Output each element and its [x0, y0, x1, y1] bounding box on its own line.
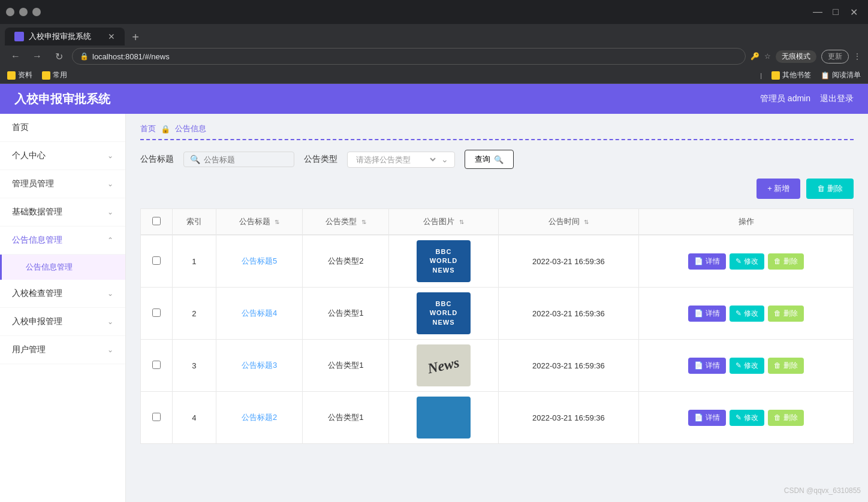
edit-button[interactable]: ✎ 修改	[730, 253, 764, 270]
detail-icon: 📄	[694, 257, 703, 265]
delete-label: 删除	[783, 256, 798, 267]
edit-icon: ✎	[736, 413, 742, 422]
detail-button[interactable]: 📄 详情	[688, 253, 726, 270]
col-type: 公告类型 ⇅	[303, 209, 389, 235]
sidebar-item-notice-manage[interactable]: 公告信息管理 ⌃	[0, 226, 125, 255]
other-bookmarks[interactable]: 其他书签	[771, 70, 811, 80]
bookmark-label: 资料	[18, 70, 32, 80]
reload-button[interactable]: ↻	[50, 48, 67, 65]
data-table: 索引 公告标题 ⇅ 公告类型 ⇅ 公告图片 ⇅	[140, 208, 854, 444]
op-btns: 📄 详情 ✎ 修改 🗑 删除	[644, 253, 848, 270]
update-button[interactable]: 更新	[821, 50, 849, 63]
reading-list[interactable]: 📋 阅读清单	[821, 70, 861, 80]
search-icon: 🔍	[190, 155, 200, 164]
lock-icon: 🔒	[161, 125, 170, 134]
address-bar[interactable]: 🔒 localhost:8081/#/news	[72, 48, 746, 65]
sort-icon[interactable]: ⇅	[584, 219, 589, 225]
add-button[interactable]: + 新增	[757, 179, 800, 199]
sidebar-item-home[interactable]: 首页	[0, 114, 125, 142]
col-title-label: 公告标题	[239, 217, 270, 226]
detail-label: 详情	[706, 413, 720, 423]
detail-button[interactable]: 📄 详情	[688, 358, 726, 374]
breadcrumb-home[interactable]: 首页	[140, 123, 156, 134]
edit-button[interactable]: ✎ 修改	[730, 358, 764, 374]
search-title-input-wrapper: 🔍	[183, 152, 294, 167]
detail-button[interactable]: 📄 详情	[688, 306, 726, 322]
row-title: 公告标题3	[216, 340, 303, 392]
search-button[interactable]: 查询 🔍	[465, 150, 514, 169]
logout-button[interactable]: 退出登录	[820, 93, 854, 104]
new-tab-button[interactable]: +	[127, 29, 144, 46]
sidebar-item-notice-label: 公告信息管理	[12, 235, 62, 246]
search-type-select[interactable]: 请选择公告类型 公告类型1 公告类型2	[354, 155, 438, 165]
detail-button[interactable]: 📄 详情	[688, 410, 726, 426]
bookmarks-right: | 其他书签 📋 阅读清单	[760, 70, 861, 80]
chevron-down-icon: ⌄	[441, 155, 448, 164]
tab-close-button[interactable]: ✕	[108, 32, 115, 41]
row-type: 公告类型2	[303, 235, 389, 288]
sidebar-item-user-label: 用户管理	[12, 344, 46, 355]
row-image: News	[389, 340, 498, 392]
edit-button[interactable]: ✎ 修改	[730, 410, 764, 426]
col-index-label: 索引	[186, 217, 202, 226]
forward-button[interactable]: →	[29, 48, 46, 65]
row-checkbox[interactable]	[152, 309, 161, 317]
sidebar-item-basic-data[interactable]: 基础数据管理 ⌄	[0, 198, 125, 226]
sidebar-item-checkin-label: 入校检查管理	[12, 288, 62, 299]
edit-label: 修改	[744, 256, 758, 267]
news-newspaper-image: News	[417, 344, 471, 386]
sort-icon[interactable]: ⇅	[275, 219, 279, 225]
sort-icon[interactable]: ⇅	[459, 219, 464, 225]
app-title: 入校申报审批系统	[14, 91, 110, 107]
bookmark-changyong[interactable]: 常用	[42, 70, 67, 80]
sort-icon[interactable]: ⇅	[361, 219, 366, 225]
sidebar-item-home-label: 首页	[12, 122, 29, 133]
row-type: 公告类型1	[303, 392, 389, 444]
row-type: 公告类型1	[303, 340, 389, 392]
delete-button[interactable]: 🗑 删除	[768, 306, 804, 322]
row-checkbox[interactable]	[152, 361, 161, 369]
sidebar-item-checkin-manage[interactable]: 入校检查管理 ⌄	[0, 280, 125, 308]
browser-title-bar: — □ ✕	[0, 0, 868, 24]
chevron-up-icon: ⌃	[107, 236, 113, 244]
delete-icon: 🗑	[774, 309, 781, 317]
active-tab[interactable]: 入校申报审批系统 ✕	[5, 28, 125, 46]
op-btns: 📄 详情 ✎ 修改 🗑 删除	[644, 306, 848, 322]
sidebar-item-personal[interactable]: 个人中心 ⌄	[0, 142, 125, 170]
close-button[interactable]: ✕	[845, 4, 862, 20]
sidebar-item-user-manage[interactable]: 用户管理 ⌄	[0, 336, 125, 364]
delete-label: 删除	[783, 361, 798, 371]
sidebar-item-admin-manage[interactable]: 管理员管理 ⌄	[0, 170, 125, 198]
row-checkbox[interactable]	[152, 256, 161, 265]
row-image: BBCWORLDNEWS	[389, 288, 498, 340]
maximize-button[interactable]: □	[827, 4, 844, 20]
search-button-icon: 🔍	[494, 155, 504, 164]
delete-button[interactable]: 🗑 删除	[768, 358, 804, 374]
back-button[interactable]: ←	[7, 48, 24, 65]
sidebar-sub-item-notice[interactable]: 公告信息管理	[0, 255, 125, 280]
bookmark-icon	[42, 71, 50, 80]
minimize-button[interactable]: —	[809, 4, 826, 20]
app-header: 入校申报审批系统 管理员 admin 退出登录	[0, 84, 868, 114]
sidebar-item-report-manage[interactable]: 入校申报管理 ⌄	[0, 308, 125, 336]
delete-button[interactable]: 🗑 删除	[768, 253, 804, 270]
row-index: 1	[172, 235, 216, 288]
chevron-down-icon: ⌄	[107, 317, 113, 326]
delete-button[interactable]: 🗑 删除	[768, 410, 804, 426]
select-all-checkbox[interactable]	[152, 217, 161, 225]
sidebar: 首页 个人中心 ⌄ 管理员管理 ⌄ 基础数据管理 ⌄ 公告信息管理 ⌃ 公告信息…	[0, 114, 126, 502]
row-checkbox[interactable]	[152, 413, 161, 421]
batch-delete-button[interactable]: 🗑 删除	[806, 179, 854, 199]
bookmarks-bar: 资料 常用 | 其他书签 📋 阅读清单	[0, 67, 868, 84]
sidebar-item-report-label: 入校申报管理	[12, 316, 62, 327]
chevron-down-icon: ⌄	[107, 289, 113, 298]
menu-icon[interactable]: ⋮	[854, 52, 861, 61]
incognito-button[interactable]: 无痕模式	[776, 50, 816, 63]
address-lock-icon: 🔒	[80, 52, 89, 61]
bookmark-ziliao[interactable]: 资料	[7, 70, 32, 80]
search-title-input[interactable]	[204, 155, 288, 164]
admin-label: 管理员 admin	[760, 93, 810, 104]
star-icon[interactable]: ☆	[764, 52, 771, 61]
edit-button[interactable]: ✎ 修改	[730, 306, 764, 322]
row-image	[389, 392, 498, 444]
